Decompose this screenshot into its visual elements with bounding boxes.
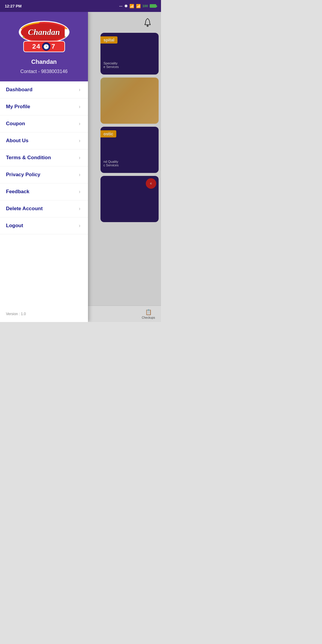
- drawer-header: Chandan 24 🕑 7 Chandan Contact - 9838003…: [0, 12, 88, 81]
- logo-247-bar: 24 🕑 7: [23, 41, 65, 52]
- menu-label-my-profile: My Profile: [6, 104, 30, 110]
- user-name: Chandan: [31, 58, 57, 65]
- menu-item-my-profile[interactable]: My Profile ›: [0, 98, 88, 115]
- menu-list: Dashboard › My Profile › Coupon › About …: [0, 81, 88, 306]
- app-logo: Chandan 24 🕑 7: [17, 21, 71, 54]
- version-text: Version : 1.0: [0, 306, 88, 322]
- menu-item-feedback[interactable]: Feedback ›: [0, 183, 88, 200]
- menu-item-about-us[interactable]: About Us ›: [0, 132, 88, 149]
- logo-brand-text: Chandan: [28, 27, 60, 37]
- chevron-delete-account: ›: [77, 206, 82, 211]
- user-contact: Contact - 9838003146: [20, 69, 67, 74]
- menu-label-logout: Logout: [6, 223, 23, 229]
- menu-item-delete-account[interactable]: Delete Account ›: [0, 200, 88, 217]
- menu-label-terms-condition: Terms & Condition: [6, 155, 51, 161]
- menu-label-privacy-policy: Privacy Policy: [6, 172, 40, 178]
- dots-icon: ···: [119, 4, 123, 8]
- menu-item-privacy-policy[interactable]: Privacy Policy ›: [0, 166, 88, 183]
- chevron-about-us: ›: [77, 138, 82, 143]
- main-wrapper: spital Speciality e Services ostic nd Qu…: [0, 12, 161, 322]
- menu-label-dashboard: Dashboard: [6, 87, 32, 93]
- menu-label-feedback: Feedback: [6, 189, 29, 195]
- signal-icon: 📶: [129, 4, 134, 8]
- logo-clock-icon: 🕑: [42, 42, 50, 51]
- chevron-logout: ›: [77, 223, 82, 228]
- menu-label-coupon: Coupon: [6, 121, 25, 127]
- chevron-coupon: ›: [77, 121, 82, 126]
- status-bar: 12:27 PM ··· ✱ 📶 📶 100: [0, 0, 161, 12]
- status-time: 12:27 PM: [5, 4, 21, 8]
- chevron-terms-condition: ›: [77, 155, 82, 160]
- wifi-icon: 📶: [136, 4, 141, 8]
- chevron-dashboard: ›: [77, 87, 82, 92]
- drawer-overlay[interactable]: [88, 12, 161, 322]
- chevron-privacy-policy: ›: [77, 172, 82, 177]
- bluetooth-icon: ✱: [124, 4, 128, 8]
- menu-item-terms-condition[interactable]: Terms & Condition ›: [0, 149, 88, 166]
- menu-label-delete-account: Delete Account: [6, 206, 43, 212]
- logo-7-text: 7: [52, 43, 56, 50]
- logo-oval: Chandan: [19, 21, 69, 43]
- menu-item-logout[interactable]: Logout ›: [0, 217, 88, 234]
- menu-item-coupon[interactable]: Coupon ›: [0, 115, 88, 132]
- drawer: Chandan 24 🕑 7 Chandan Contact - 9838003…: [0, 12, 88, 322]
- menu-item-dashboard[interactable]: Dashboard ›: [0, 81, 88, 98]
- chevron-feedback: ›: [77, 189, 82, 194]
- logo-inner: Chandan: [21, 23, 67, 41]
- flag-right: [65, 22, 69, 43]
- menu-label-about-us: About Us: [6, 138, 29, 144]
- battery-label: 100: [143, 4, 148, 8]
- chevron-my-profile: ›: [77, 104, 82, 109]
- logo-247-text: 24: [32, 43, 41, 50]
- battery-icon: [150, 4, 156, 8]
- status-icons: ··· ✱ 📶 📶 100: [119, 4, 156, 8]
